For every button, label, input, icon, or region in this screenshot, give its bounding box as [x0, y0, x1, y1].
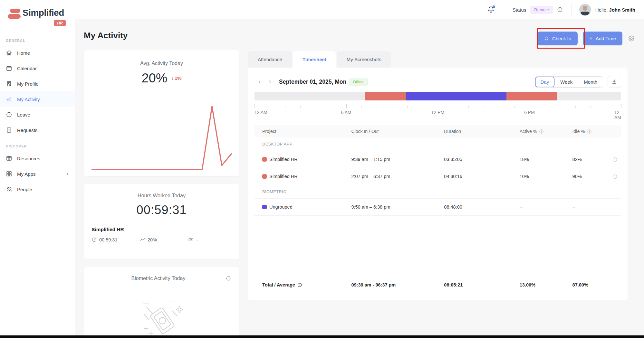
timeline-ticks — [255, 103, 621, 108]
sidebar-item-label: Requests — [17, 127, 37, 133]
gear-icon[interactable] — [628, 35, 635, 42]
hours-worked-card: Hours Worked Today 00:59:31 Simplified H… — [84, 184, 239, 259]
info-icon[interactable] — [297, 283, 302, 287]
app-window: Simplified HR GENERAL Home Calendar My P… — [0, 0, 644, 338]
project-name: Simplified HR — [91, 227, 239, 232]
prev-day-button[interactable]: ‹ — [255, 77, 265, 87]
project-activity-stat: 20% — [140, 237, 188, 242]
sidebar-item-label: Resources — [17, 156, 40, 161]
sidebar-item-requests[interactable]: Requests — [0, 122, 75, 138]
sidebar-item-label: Leave — [17, 112, 30, 117]
view-day-button[interactable]: Day — [535, 77, 555, 87]
notifications-bell-icon[interactable] — [487, 5, 495, 14]
sidebar-item-my-activity[interactable]: My Activity — [0, 91, 75, 107]
sidebar-item-my-apps[interactable]: My Apps › — [0, 166, 75, 182]
tab-attendance[interactable]: Attendance — [248, 51, 292, 68]
download-icon — [611, 79, 617, 85]
avg-activity-value: 20% — [141, 71, 167, 85]
sidebar-item-label: My Activity — [17, 97, 40, 102]
tab-my-screenshots[interactable]: My Screenshots — [337, 51, 391, 68]
timeline-label: 6 AM — [341, 110, 351, 115]
brand-name: Simplified — [23, 8, 64, 18]
timeline-label: 12 AM — [614, 110, 621, 120]
view-week-button[interactable]: Week — [555, 77, 578, 87]
chevron-right-icon: › — [67, 171, 68, 177]
home-icon — [6, 50, 12, 56]
status-badge[interactable]: Remote — [530, 6, 553, 14]
table-row[interactable]: Simplified HR 9:39 am – 1:15 pm 03:35:05… — [255, 151, 621, 168]
col-project: Project — [255, 129, 351, 134]
add-time-button[interactable]: + Add Time — [583, 32, 622, 45]
clock-icon — [6, 111, 12, 118]
page-title: My Activity — [84, 31, 128, 41]
sidebar-section-discover: DISCOVER — [6, 144, 75, 148]
sidebar-item-label: Home — [17, 50, 30, 56]
avg-activity-card: Avg. Activity Today 20% ↓1% — [84, 50, 239, 176]
people-icon — [6, 186, 12, 192]
sidebar-item-label: People — [17, 187, 32, 192]
clock-icon — [91, 237, 97, 242]
project-swatch — [262, 174, 267, 179]
check-in-button[interactable]: Check In — [537, 32, 578, 45]
avg-activity-delta: ↓1% — [171, 75, 181, 81]
col-clock: Clock In / Out — [351, 129, 444, 134]
download-button[interactable] — [608, 76, 621, 88]
app-logo: Simplified HR — [0, 0, 75, 32]
section-desktop-app: DESKTOP APP — [255, 137, 621, 151]
project-swatch — [262, 205, 267, 209]
table-row[interactable]: Ungrouped 9:50 am – 6:38 pm 08:48:00 -- … — [255, 199, 621, 216]
sidebar: Simplified HR GENERAL Home Calendar My P… — [0, 0, 75, 338]
timeline-labels: 12 AM 6 AM 12 PM 6 PM 12 AM — [255, 110, 621, 116]
sidebar-item-resources[interactable]: Resources — [0, 151, 75, 166]
sidebar-item-home[interactable]: Home — [0, 45, 75, 61]
user-name: John Smith — [609, 7, 635, 13]
calendar-icon — [6, 65, 12, 71]
empty-state-illustration — [84, 297, 239, 338]
timeline-label: 12 PM — [431, 110, 444, 115]
arrow-down-icon: ↓ — [171, 75, 174, 81]
biometric-title: Biometric Activity Today — [91, 276, 225, 281]
money-icon — [188, 237, 194, 242]
profile-icon — [6, 80, 12, 87]
logo-pill-icon — [8, 14, 21, 19]
sidebar-item-leave[interactable]: Leave — [0, 107, 75, 122]
hours-worked-value: 00:59:31 — [84, 203, 239, 217]
table-footer: Total / Average 09:39 am - 06:37 pm 08:0… — [255, 278, 621, 292]
status-label: Status — [513, 7, 526, 13]
plus-icon: + — [589, 35, 593, 42]
trend-icon — [140, 237, 145, 242]
sidebar-item-label: My Profile — [17, 81, 39, 87]
info-icon[interactable] — [587, 129, 592, 134]
view-switcher: Day Week Month — [535, 76, 603, 88]
info-icon[interactable] — [557, 7, 563, 13]
user-menu[interactable]: Hello, John Smith — [572, 4, 635, 15]
avatar — [579, 4, 591, 15]
office-badge: Office — [349, 78, 368, 86]
next-day-button[interactable]: › — [265, 77, 275, 87]
sidebar-item-my-profile[interactable]: My Profile — [0, 76, 75, 91]
logo-pill-icon — [10, 9, 20, 13]
topbar: Status Remote Hello, John Smith — [75, 0, 644, 19]
refresh-icon[interactable] — [225, 275, 232, 282]
brand-hr-badge: HR — [54, 20, 66, 26]
tab-timesheet[interactable]: Timesheet — [293, 51, 336, 68]
info-icon[interactable] — [539, 129, 544, 134]
table-header: Project Clock In / Out Duration Active %… — [255, 125, 621, 137]
apps-icon — [6, 171, 12, 177]
clock-icon[interactable] — [612, 174, 618, 179]
activity-icon — [6, 96, 12, 102]
col-active: Active % — [520, 129, 537, 134]
avg-activity-title: Avg. Activity Today — [84, 50, 239, 66]
hours-worked-title: Hours Worked Today — [84, 184, 239, 199]
col-duration: Duration — [444, 129, 519, 134]
timeline-track — [255, 92, 621, 100]
col-idle: Idle % — [572, 129, 585, 134]
activity-sparkline-chart — [91, 103, 232, 171]
view-month-button[interactable]: Month — [578, 77, 603, 87]
table-row[interactable]: Simplified HR 2:07 pm – 6:37 pm 04:30:16… — [255, 168, 621, 185]
sidebar-item-calendar[interactable]: Calendar — [0, 61, 75, 76]
sidebar-item-people[interactable]: People — [0, 182, 75, 197]
clock-icon[interactable] — [612, 157, 618, 162]
sidebar-item-label: My Apps — [17, 171, 36, 177]
timeline-label: 12 AM — [255, 110, 267, 115]
